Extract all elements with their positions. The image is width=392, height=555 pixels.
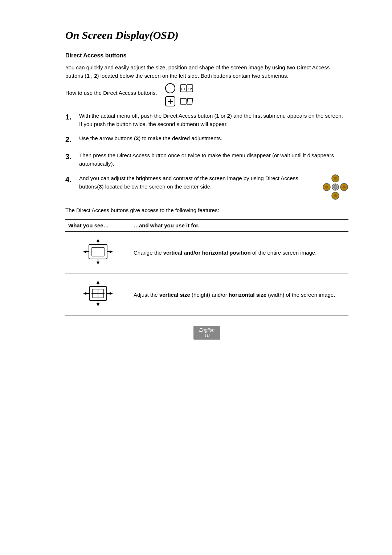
brightness-buttons-icon bbox=[322, 174, 348, 200]
svg-marker-20 bbox=[97, 239, 99, 242]
table-row-1-desc: Change the vertical and/or horizontal po… bbox=[131, 232, 348, 274]
section-heading-direct-access: Direct Access buttons bbox=[65, 52, 348, 59]
table-row-2: Adjust the vertical size (height) and/or… bbox=[65, 274, 348, 316]
size-icon bbox=[82, 279, 114, 308]
direct-access-icons: E1 E2 bbox=[164, 82, 193, 107]
how-to-label: How to use the Direct Access buttons. bbox=[65, 89, 157, 97]
steps-list: 1. With the actual menu off, push the Di… bbox=[65, 112, 348, 200]
table-row-1-icon bbox=[65, 232, 131, 274]
svg-point-19 bbox=[334, 194, 337, 197]
svg-marker-22 bbox=[97, 262, 99, 265]
table-col1-header: What you see… bbox=[65, 220, 131, 232]
table-row-2-desc: Adjust the vertical size (height) and/or… bbox=[131, 274, 348, 316]
svg-marker-30 bbox=[97, 280, 99, 284]
table-row-2-icon bbox=[65, 274, 131, 316]
step-1: 1. With the actual menu off, push the Di… bbox=[65, 112, 348, 129]
svg-marker-32 bbox=[97, 303, 99, 307]
step-2-text: Use the arrow buttons (3) to make the de… bbox=[79, 134, 348, 142]
step-4: 4. And you can adjust the brightness and… bbox=[65, 174, 348, 200]
feature-table: What you see… …and what you use it for. bbox=[65, 219, 348, 316]
step-2: 2. Use the arrow buttons (3) to make the… bbox=[65, 134, 348, 145]
svg-marker-36 bbox=[110, 292, 113, 295]
svg-marker-34 bbox=[83, 292, 86, 295]
svg-marker-26 bbox=[110, 250, 113, 253]
plus-circle-icon bbox=[164, 96, 176, 107]
step-3-num: 3. bbox=[65, 151, 79, 162]
step-1-text: With the actual menu off, push the Direc… bbox=[79, 112, 348, 129]
step-3-text: Then press the Direct Access button once… bbox=[79, 151, 348, 168]
step-4-text: And you can adjust the brightness and co… bbox=[79, 174, 348, 200]
svg-rect-29 bbox=[92, 247, 104, 256]
e1e2-icon: E1 E2 bbox=[180, 82, 193, 94]
svg-rect-8 bbox=[180, 98, 186, 104]
page-title: On Screen Display(OSD) bbox=[65, 29, 348, 41]
table-col2-header: …and what you use it for. bbox=[131, 220, 348, 232]
svg-point-15 bbox=[343, 186, 346, 189]
intro-paragraph: You can quickly and easily adjust the si… bbox=[65, 63, 348, 80]
svg-point-0 bbox=[166, 84, 175, 93]
svg-marker-9 bbox=[187, 98, 193, 104]
rect-parallelogram-icon bbox=[180, 96, 193, 107]
position-icon bbox=[82, 237, 114, 266]
footer-english: English bbox=[199, 327, 215, 333]
svg-marker-24 bbox=[83, 250, 86, 253]
svg-point-11 bbox=[334, 177, 337, 180]
svg-point-13 bbox=[325, 186, 328, 189]
step-2-num: 2. bbox=[65, 134, 79, 145]
footer-page-num: 10 bbox=[204, 333, 209, 338]
svg-text:E2: E2 bbox=[188, 87, 192, 91]
svg-text:E1: E1 bbox=[181, 87, 185, 91]
step-1-num: 1. bbox=[65, 112, 79, 123]
footer-intro-text: The Direct Access buttons give access to… bbox=[65, 206, 348, 214]
how-to-row: How to use the Direct Access buttons. E1… bbox=[65, 82, 348, 107]
step-3: 3. Then press the Direct Access button o… bbox=[65, 151, 348, 168]
step-4-num: 4. bbox=[65, 174, 79, 185]
table-row-1: Change the vertical and/or horizontal po… bbox=[65, 232, 348, 274]
footer-label: English 10 bbox=[65, 326, 348, 340]
footer-box: English 10 bbox=[193, 326, 221, 340]
circle-button-icon bbox=[164, 82, 176, 94]
